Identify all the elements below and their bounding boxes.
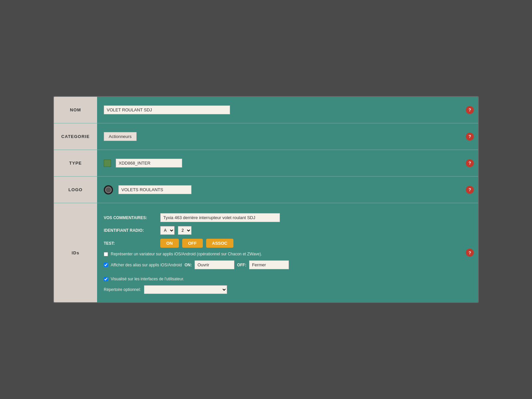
nom-help-button[interactable]: ? (466, 106, 474, 114)
identifiant-label: IDENTIFIANT RADIO: (104, 228, 157, 233)
nom-content (97, 97, 462, 123)
type-icon (104, 160, 111, 167)
variateur-checkbox[interactable] (104, 252, 108, 256)
visualise-checkbox[interactable] (104, 277, 108, 281)
logo-icon-inner (105, 187, 112, 193)
logo-content (97, 177, 462, 203)
type-help-button[interactable]: ? (466, 159, 474, 167)
identifiant-2-select[interactable]: 2 (178, 226, 192, 235)
commentaires-input[interactable] (160, 213, 280, 222)
repertoire-select[interactable] (144, 285, 227, 294)
test-assoc-button[interactable]: ASSOC (206, 239, 233, 248)
on-value-input[interactable] (195, 260, 234, 269)
type-input[interactable] (116, 159, 182, 168)
categorie-help-button[interactable]: ? (466, 133, 474, 141)
variateur-label: Représenter un variateur sur applis iOS/… (111, 252, 262, 256)
test-off-button[interactable]: OFF (182, 239, 203, 248)
ids-content: VOS COMMENTAIRES: IDENTIFIANT RADIO: A 2… (97, 203, 462, 302)
type-label: TYPE (54, 150, 97, 176)
logo-label: LOGO (54, 177, 97, 203)
commentaires-label: VOS COMMENTAIRES: (104, 215, 157, 220)
on-label: ON: (185, 263, 192, 267)
alias-checkbox[interactable] (104, 263, 108, 267)
alias-label: Afficher des alias sur applis iOS/Androi… (111, 263, 182, 267)
categorie-content: Actionneurs (97, 123, 462, 150)
test-on-button[interactable]: ON (160, 239, 179, 248)
off-value-input[interactable] (249, 260, 289, 269)
visualise-label: Visualisé sur les interfaces de l'utilis… (111, 277, 184, 281)
off-label: OFF: (237, 263, 246, 267)
ids-help-button[interactable]: ? (466, 249, 474, 257)
categorie-button[interactable]: Actionneurs (104, 132, 137, 141)
nom-label: NOM (54, 97, 97, 123)
repertoire-label: Répertoire optionnel: (104, 287, 141, 292)
nom-input[interactable] (104, 105, 230, 114)
identifiant-a-select[interactable]: A (160, 226, 175, 235)
logo-icon (104, 185, 113, 195)
categorie-label: CATEGORIE (54, 123, 97, 150)
logo-help-button[interactable]: ? (466, 186, 474, 194)
ids-label: IDs (54, 203, 97, 302)
logo-text-input[interactable] (118, 185, 192, 194)
test-label: TEST: (104, 241, 157, 246)
type-content (97, 150, 462, 176)
